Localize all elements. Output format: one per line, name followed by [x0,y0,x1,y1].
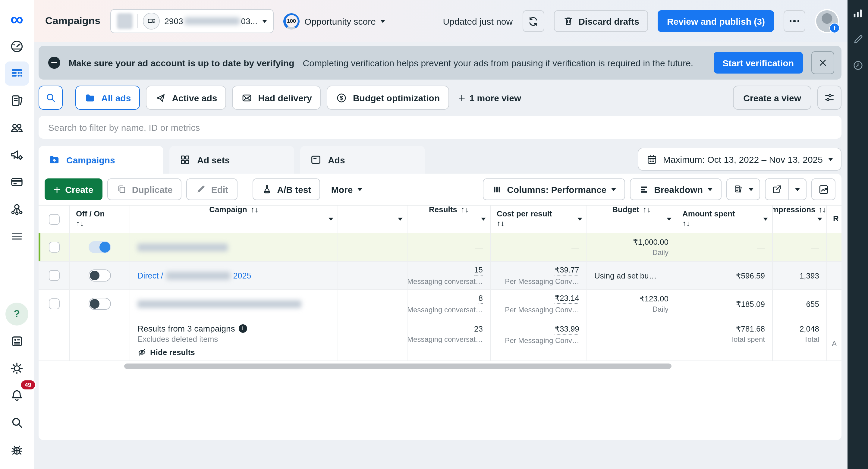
chevron-down-icon[interactable] [481,217,486,220]
select-all-checkbox[interactable] [49,214,59,224]
sidebar-item-campaigns[interactable] [5,61,29,86]
folder-arrow-icon [48,154,60,166]
export-button[interactable] [766,179,788,199]
export-options-button[interactable] [788,179,806,199]
ad-account-icon [143,13,159,30]
user-avatar[interactable]: f [815,9,839,33]
tab-campaigns[interactable]: Campaigns [38,146,163,174]
ab-test-button[interactable]: A/B test [252,179,320,200]
refresh-icon [527,15,539,27]
discard-drafts-button[interactable]: Discard drafts [554,10,648,32]
account-id: 2903 03... [164,16,257,26]
chevron-down-icon[interactable] [578,217,582,220]
header-results[interactable]: Results↑↓ [407,206,491,233]
score-gauge-icon: 100 [283,13,300,29]
create-view-button[interactable]: Create a view [733,86,811,110]
dollar-circle-icon: $ [336,92,347,103]
folder-icon [84,92,96,103]
row-select-cell [38,262,70,289]
impressions-cell: 655 [773,290,827,318]
more-button[interactable]: More [325,184,369,194]
header-amount-spent[interactable]: Amount spent↑↓ [676,206,773,233]
whats-new-button[interactable] [5,329,29,353]
bug-report-button[interactable] [5,438,29,462]
budget-cell: Using ad set bu… [587,262,676,289]
row-checkbox[interactable] [49,299,59,309]
campaign-name-cell[interactable] [130,233,338,261]
header-cost-per-result[interactable]: Cost per result↑↓ [491,206,587,233]
search-icon [10,415,24,430]
sidebar-item-all-tools[interactable] [5,224,29,248]
redacted-campaign-name [166,272,230,279]
sidebar-item-account-overview[interactable] [5,34,29,59]
chevron-down-icon[interactable] [763,217,768,220]
header-unnamed[interactable] [338,206,407,233]
sidebar-item-billing[interactable] [5,170,29,194]
row-checkbox[interactable] [49,242,59,253]
edit-rail-button[interactable] [852,34,864,45]
search-filter-input[interactable] [47,122,833,133]
hide-results-button[interactable]: Hide results [137,348,330,357]
date-range-button[interactable]: Maximum: Oct 13, 2022 – Nov 13, 2025 [638,148,841,170]
campaign-toggle-on[interactable] [89,241,111,253]
more-options-button[interactable] [784,10,805,32]
history-rail-button[interactable] [852,60,864,71]
reach-partial-cell [827,290,841,318]
reports-button[interactable] [726,179,760,200]
header-off-on[interactable]: Off / On↑↓ [70,206,130,233]
view-tab-active-ads[interactable]: Active ads [146,86,226,110]
tab-ad-sets[interactable]: Ad sets [169,146,294,174]
duplicate-button[interactable]: Duplicate [107,179,182,200]
cost-per-result-cell: ₹39.77Per Messaging Conv… [491,262,587,289]
view-tab-had-delivery[interactable]: Had delivery [232,86,321,110]
results-cell: 15Messaging conversat… [407,262,491,289]
search-filter-button[interactable] [38,86,63,110]
campaign-link[interactable]: Direct / 2025 [137,271,330,280]
campaign-toggle-off[interactable] [89,270,111,282]
sidebar-item-advertise[interactable] [5,143,29,167]
header-impressions[interactable]: Impressions↑↓ [773,206,827,233]
reports-menu[interactable] [727,179,760,199]
info-icon[interactable]: i [239,324,247,333]
horizontal-scrollbar-thumb[interactable] [124,364,672,369]
edit-button[interactable]: Edit [187,179,238,200]
chevron-down-icon[interactable] [398,217,403,220]
sidebar-item-ads-reporting[interactable] [5,89,29,113]
add-view-button[interactable]: + 1 more view [455,92,525,103]
insights-rail-button[interactable] [852,7,864,19]
settings-button[interactable] [5,356,29,380]
header-budget[interactable]: Budget↑↓ [587,206,676,233]
help-button[interactable]: ? [5,302,29,326]
chevron-down-icon[interactable] [329,217,333,220]
review-publish-button[interactable]: Review and publish (3) [658,10,774,32]
ad-account-switcher[interactable]: 2903 03... [110,9,274,33]
header-reach-partial[interactable]: R [827,206,841,233]
view-settings-button[interactable] [817,86,841,110]
breakdown-button[interactable]: Breakdown [630,179,721,200]
tab-ads[interactable]: Ads [300,146,425,174]
columns-button[interactable]: Columns: Performance [483,179,625,200]
global-search-button[interactable] [5,410,29,435]
view-tab-budget-optimization[interactable]: $ Budget optimization [327,86,449,110]
campaign-toggle-off[interactable] [89,298,111,310]
cost-per-result-cell: — [491,233,587,261]
chevron-down-icon[interactable] [817,217,822,220]
row-checkbox[interactable] [49,270,59,281]
banner-close-button[interactable] [811,51,834,74]
plus-icon: + [458,92,465,103]
sidebar-item-business-tools[interactable] [5,197,29,221]
refresh-button[interactable] [522,10,544,32]
breakdown-icon [639,184,649,194]
sidebar-item-audiences[interactable] [5,116,29,140]
notifications-button[interactable]: 49 [5,383,29,408]
view-tab-all-ads[interactable]: All ads [75,86,140,110]
paper-plane-icon [155,92,166,103]
create-button[interactable]: + Create [44,179,102,200]
header-campaign[interactable]: Campaign↑↓ [130,206,338,233]
charts-button[interactable] [811,179,835,200]
opportunity-score-widget[interactable]: 100 Opportunity score [283,13,385,29]
campaign-name-cell[interactable] [130,290,338,318]
meta-logo-icon[interactable]: ∞ [10,7,24,31]
start-verification-button[interactable]: Start verification [713,52,803,73]
chevron-down-icon[interactable] [667,217,672,220]
